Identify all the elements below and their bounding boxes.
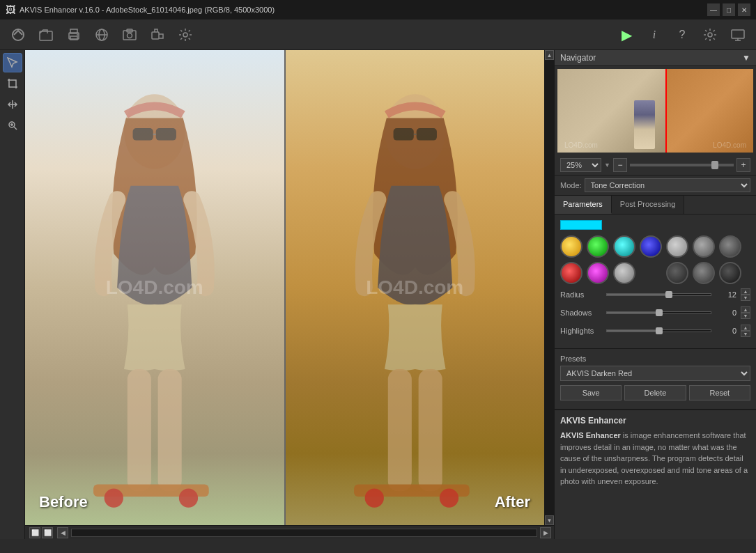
zoom-tool-button[interactable] xyxy=(3,116,22,135)
radius-up-button[interactable]: ▲ xyxy=(741,288,750,295)
presets-section: Presets AKVIS Darken Red AKVIS Default A… xyxy=(555,348,756,406)
shadows-label: Shadows xyxy=(560,309,602,317)
zoom-slider[interactable] xyxy=(630,164,734,166)
highlights-slider[interactable] xyxy=(606,329,711,332)
highlights-down-button[interactable]: ▼ xyxy=(741,331,750,337)
zoom-in-button[interactable]: + xyxy=(736,158,750,172)
radius-slider-thumb[interactable] xyxy=(665,291,672,298)
radius-slider[interactable] xyxy=(606,293,711,296)
toolbar-icon-btn[interactable] xyxy=(6,22,31,47)
crop-tool-button[interactable] xyxy=(3,74,22,93)
color-preset-dark-gray2[interactable] xyxy=(693,262,715,284)
bottom-left-buttons: ⬜ ⬜ xyxy=(28,527,54,538)
color-preset-dark-gray[interactable] xyxy=(719,235,741,258)
top-toolbar: ▶ i ? xyxy=(0,20,756,50)
hscroll-left-button[interactable]: ◀ xyxy=(57,527,68,538)
shadows-slider-thumb[interactable] xyxy=(656,309,663,316)
zoom-out-button[interactable]: − xyxy=(613,158,627,172)
svg-rect-32 xyxy=(393,128,413,141)
before-image: LO4D.com Before xyxy=(25,50,284,525)
before-panel: LO4D.com Before xyxy=(25,50,284,525)
bottom-left-btn1[interactable]: ⬜ xyxy=(29,527,40,538)
photo-button[interactable] xyxy=(117,22,142,47)
main-area: LO4D.com Before xyxy=(0,50,756,539)
shadows-value: 0 xyxy=(716,309,736,317)
color-preset-charcoal[interactable] xyxy=(666,262,688,284)
left-sidebar xyxy=(0,50,25,539)
close-button[interactable]: ✕ xyxy=(738,3,750,16)
svg-point-14 xyxy=(708,33,712,37)
tabs: Parameters Post Processing xyxy=(555,196,756,215)
svg-point-10 xyxy=(128,33,132,38)
reset-preset-button[interactable]: Reset xyxy=(689,385,750,400)
color-preset-silver[interactable] xyxy=(613,262,635,284)
plugin-button[interactable] xyxy=(145,22,170,47)
color-preset-red[interactable] xyxy=(560,262,583,284)
color-preset-black[interactable] xyxy=(719,262,741,284)
vertical-scrollbar[interactable]: ▲ ▼ xyxy=(544,50,554,525)
description-app-name: AKVIS Enhancer xyxy=(560,431,621,439)
color-row-1 xyxy=(560,235,750,258)
open-button[interactable] xyxy=(33,22,59,47)
shadows-up-button[interactable]: ▲ xyxy=(741,306,750,313)
highlights-slider-thumb[interactable] xyxy=(656,327,663,334)
svg-point-5 xyxy=(77,34,78,36)
right-panel: Navigator ▼ LO4D.com LO4D.com 25% 10% 50… xyxy=(554,50,756,539)
save-preset-button[interactable]: Save xyxy=(560,385,622,400)
select-tool-button[interactable] xyxy=(3,53,22,72)
info-button[interactable]: i xyxy=(642,22,667,47)
after-panel: LO4D.com After xyxy=(286,50,545,525)
vscroll-down-button[interactable]: ▼ xyxy=(545,515,554,525)
svg-rect-35 xyxy=(387,369,411,491)
app-settings-button[interactable] xyxy=(697,22,723,47)
shadows-row: Shadows 0 ▲ ▼ xyxy=(560,306,750,319)
settings-toolbar-button[interactable] xyxy=(173,22,198,47)
presets-select[interactable]: AKVIS Darken Red AKVIS Default AKVIS Enh… xyxy=(560,366,750,381)
shadows-slider[interactable] xyxy=(606,311,711,314)
monitor-button[interactable] xyxy=(725,22,750,47)
web-button[interactable] xyxy=(89,22,114,47)
color-preset-blue[interactable] xyxy=(640,235,662,258)
color-preset-magenta[interactable] xyxy=(587,262,609,284)
color-preset-green[interactable] xyxy=(587,235,609,258)
radius-down-button[interactable]: ▼ xyxy=(741,295,750,301)
toolbar-right: ▶ i ? xyxy=(614,22,750,47)
tab-post-processing[interactable]: Post Processing xyxy=(612,196,684,214)
highlights-up-button[interactable]: ▲ xyxy=(741,325,750,331)
presets-label: Presets xyxy=(560,355,750,363)
color-preset-yellow[interactable] xyxy=(560,235,583,258)
zoom-select[interactable]: 25% 10% 50% 75% 100% xyxy=(560,158,601,172)
maximize-button[interactable]: □ xyxy=(723,3,735,16)
vscroll-up-button[interactable]: ▲ xyxy=(545,50,554,60)
mode-select[interactable]: Tone Correction Enhance Details Prepress xyxy=(585,178,750,192)
color-preset-cyan[interactable] xyxy=(613,235,635,258)
bottom-left-btn2[interactable]: ⬜ xyxy=(42,527,53,538)
nav-thumb-person xyxy=(634,100,655,149)
shadows-spinner: ▲ ▼ xyxy=(741,306,750,319)
shadows-down-button[interactable]: ▼ xyxy=(741,313,750,319)
help-button[interactable]: ? xyxy=(670,22,695,47)
highlights-label: Highlights xyxy=(560,327,602,335)
color-preset-light-gray[interactable] xyxy=(666,235,688,258)
tab-parameters[interactable]: Parameters xyxy=(555,196,612,214)
svg-rect-1 xyxy=(40,31,52,40)
color-row-2 xyxy=(560,262,750,284)
svg-rect-33 xyxy=(416,128,436,141)
navigator-collapse-icon[interactable]: ▼ xyxy=(742,53,750,63)
svg-point-30 xyxy=(179,488,198,507)
svg-rect-24 xyxy=(156,128,176,141)
run-button[interactable]: ▶ xyxy=(614,22,639,47)
panel-divider[interactable] xyxy=(284,50,286,525)
print-button[interactable] xyxy=(61,22,86,47)
nav-watermark2: LO4D.com xyxy=(713,141,746,149)
color-preset-medium-gray[interactable] xyxy=(693,235,715,258)
before-label: Before xyxy=(39,493,88,511)
vscroll-track[interactable] xyxy=(545,60,554,515)
hscroll-track[interactable] xyxy=(71,529,537,537)
minimize-button[interactable]: — xyxy=(707,3,720,16)
svg-point-38 xyxy=(364,488,383,507)
hscroll-right-button[interactable]: ▶ xyxy=(540,527,551,538)
zoom-slider-thumb[interactable] xyxy=(711,161,718,169)
delete-preset-button[interactable]: Delete xyxy=(624,385,686,400)
pan-tool-button[interactable] xyxy=(3,95,22,114)
